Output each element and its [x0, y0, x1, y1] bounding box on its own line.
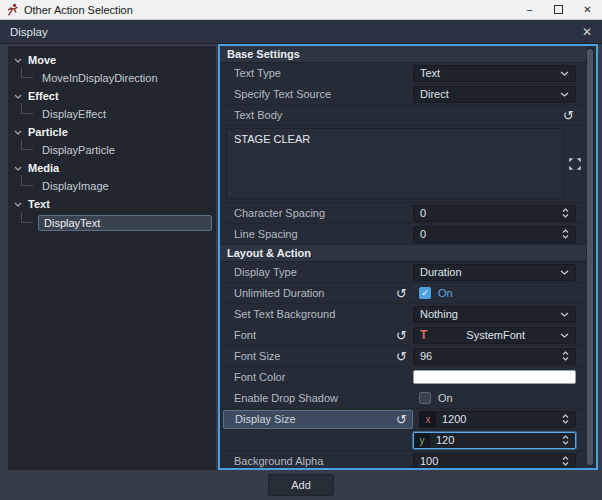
row-font: Font ↺ T SystemFont — [220, 325, 586, 346]
y-axis-tag: y — [414, 433, 430, 448]
chevron-down-icon — [560, 270, 569, 275]
dialog-close-icon[interactable]: ✕ — [574, 25, 592, 39]
dialog-header: Display ✕ — [0, 20, 602, 44]
text-body-textarea[interactable]: STAGE CLEAR — [226, 128, 564, 199]
tree-item-label: DisplayParticle — [38, 143, 119, 157]
spinner-arrows-icon — [562, 351, 569, 361]
alpha-value: 100 — [420, 455, 562, 467]
tree-item-moveindisplaydirection[interactable]: MoveInDisplayDirection — [8, 69, 216, 87]
shadow-on-label: On — [438, 392, 453, 404]
text-body-label-cell: Text Body ↺ — [220, 109, 586, 122]
unlimited-checkbox[interactable]: ✓ — [419, 287, 431, 299]
chevron-down-icon — [14, 202, 22, 207]
display-size-y-spinner[interactable]: y 120 — [413, 432, 576, 449]
inspector-panel: Base Settings Text Type Text Specify Tex… — [218, 44, 598, 470]
maximize-button[interactable] — [544, 0, 573, 19]
font-color-label: Font Color — [234, 371, 407, 383]
display-size-y-value: 120 — [436, 434, 562, 446]
revert-icon[interactable]: ↺ — [563, 109, 574, 122]
bg-value: Nothing — [420, 308, 560, 320]
shadow-checkbox-ctrl: On — [413, 390, 576, 407]
tree-group-particle[interactable]: Particle — [8, 123, 216, 141]
text-type-dropdown[interactable]: Text — [413, 65, 576, 82]
source-value: Direct — [420, 88, 560, 100]
row-unlimited-duration: Unlimited Duration ↺ ✓ On — [220, 283, 586, 304]
expand-icon[interactable] — [568, 157, 582, 171]
display-type-value: Duration — [420, 266, 560, 278]
display-size-label-cell[interactable]: Display Size ↺ — [223, 410, 413, 429]
row-font-color: Font Color — [220, 367, 586, 388]
unlimited-checkbox-ctrl: ✓ On — [413, 285, 576, 302]
line-spacing-spinner[interactable]: 0 — [413, 226, 576, 243]
x-axis-tag: x — [420, 412, 436, 427]
section-layout-action: Layout & Action — [220, 245, 586, 262]
row-text-type: Text Type Text — [220, 63, 586, 84]
tree-group-effect[interactable]: Effect — [8, 87, 216, 105]
tree-group-label: Move — [28, 54, 56, 66]
titlebar: Other Action Selection – ✕ — [0, 0, 602, 20]
shadow-checkbox[interactable] — [419, 392, 431, 404]
tree-item-label: DisplayText — [38, 215, 212, 231]
display-size-x-spinner[interactable]: x 1200 — [419, 411, 576, 428]
tree-connector — [21, 67, 33, 78]
tree-connector — [21, 175, 33, 186]
chevron-down-icon — [560, 333, 569, 338]
row-set-text-background: Set Text Background Nothing — [220, 304, 586, 325]
text-background-dropdown[interactable]: Nothing — [413, 306, 576, 323]
inspector-scrollbar[interactable] — [586, 48, 594, 466]
row-text-body: Text Body ↺ — [220, 105, 586, 126]
tree-group-media[interactable]: Media — [8, 159, 216, 177]
chevron-down-icon — [14, 94, 22, 99]
text-source-dropdown[interactable]: Direct — [413, 86, 576, 103]
char-spacing-spinner[interactable]: 0 — [413, 205, 576, 222]
spinner-arrows-icon — [562, 229, 569, 239]
tree-item-label: DisplayEffect — [38, 107, 110, 121]
maximize-icon — [554, 5, 563, 14]
background-alpha-spinner[interactable]: 100 — [413, 453, 576, 470]
revert-icon[interactable]: ↺ — [396, 350, 407, 363]
char-spacing-value: 0 — [420, 207, 562, 219]
window-controls: – ✕ — [515, 0, 602, 19]
line-spacing-label-cell: Line Spacing — [220, 228, 413, 240]
source-label-cell: Specify Text Source — [220, 88, 413, 100]
text-type-value: Text — [420, 67, 560, 79]
chevron-down-icon — [560, 312, 569, 317]
char-spacing-label-cell: Character Spacing — [220, 207, 413, 219]
revert-icon[interactable]: ↺ — [396, 413, 407, 426]
display-size-label: Display Size — [235, 413, 392, 425]
text-body-editor-row: STAGE CLEAR — [220, 126, 586, 203]
dialog-title: Display — [10, 26, 574, 38]
font-value: SystemFont — [431, 329, 560, 341]
tree-group-text[interactable]: Text — [8, 195, 216, 213]
tree-item-displayeffect[interactable]: DisplayEffect — [8, 105, 216, 123]
source-label: Specify Text Source — [234, 88, 407, 100]
close-window-button[interactable]: ✕ — [573, 0, 602, 19]
alpha-label-cell: Background Alpha — [220, 455, 413, 467]
minimize-button[interactable]: – — [515, 0, 544, 19]
font-dropdown[interactable]: T SystemFont — [413, 327, 576, 344]
unlimited-label-cell: Unlimited Duration ↺ — [220, 287, 413, 300]
chevron-down-icon — [14, 130, 22, 135]
tree-item-displayparticle[interactable]: DisplayParticle — [8, 141, 216, 159]
text-type-label-cell: Text Type — [220, 67, 413, 79]
font-size-spinner[interactable]: 96 — [413, 348, 576, 365]
add-button[interactable]: Add — [268, 474, 334, 496]
tree-item-label: DisplayImage — [38, 179, 113, 193]
tree-group-move[interactable]: Move — [8, 51, 216, 69]
spinner-arrows-icon — [562, 414, 569, 424]
revert-icon[interactable]: ↺ — [396, 287, 407, 300]
tree-item-displayimage[interactable]: DisplayImage — [8, 177, 216, 195]
alpha-label: Background Alpha — [234, 455, 407, 467]
runner-app-icon — [6, 3, 19, 16]
row-display-size-x: Display Size ↺ x 1200 — [220, 409, 586, 430]
font-label-cell: Font ↺ — [220, 329, 413, 342]
display-type-label: Display Type — [234, 266, 407, 278]
spinner-arrows-icon — [562, 435, 569, 445]
font-color-swatch[interactable] — [413, 370, 576, 384]
scrollbar-thumb[interactable] — [587, 49, 593, 465]
revert-icon[interactable]: ↺ — [396, 329, 407, 342]
chevron-down-icon — [14, 166, 22, 171]
display-type-dropdown[interactable]: Duration — [413, 264, 576, 281]
chevron-down-icon — [560, 92, 569, 97]
tree-item-displaytext-selected[interactable]: DisplayText — [8, 213, 216, 233]
